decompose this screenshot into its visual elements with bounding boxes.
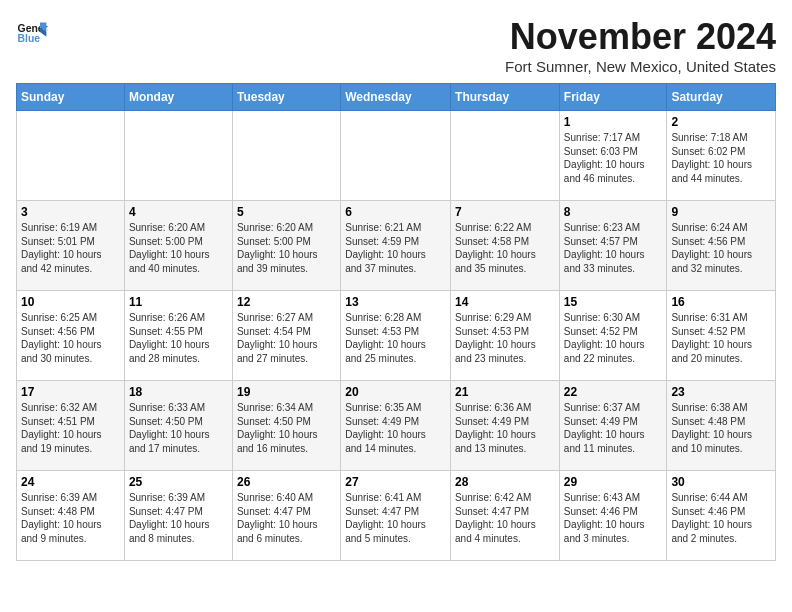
calendar-cell: 26Sunrise: 6:40 AM Sunset: 4:47 PM Dayli… <box>232 471 340 561</box>
week-row: 1Sunrise: 7:17 AM Sunset: 6:03 PM Daylig… <box>17 111 776 201</box>
day-info: Sunrise: 6:24 AM Sunset: 4:56 PM Dayligh… <box>671 221 771 275</box>
day-number: 19 <box>237 385 336 399</box>
day-info: Sunrise: 7:18 AM Sunset: 6:02 PM Dayligh… <box>671 131 771 185</box>
calendar-cell: 8Sunrise: 6:23 AM Sunset: 4:57 PM Daylig… <box>559 201 667 291</box>
month-title: November 2024 <box>505 16 776 58</box>
day-number: 22 <box>564 385 663 399</box>
day-number: 24 <box>21 475 120 489</box>
day-info: Sunrise: 6:22 AM Sunset: 4:58 PM Dayligh… <box>455 221 555 275</box>
day-number: 10 <box>21 295 120 309</box>
day-info: Sunrise: 6:34 AM Sunset: 4:50 PM Dayligh… <box>237 401 336 455</box>
day-info: Sunrise: 6:26 AM Sunset: 4:55 PM Dayligh… <box>129 311 228 365</box>
day-number: 8 <box>564 205 663 219</box>
day-info: Sunrise: 6:32 AM Sunset: 4:51 PM Dayligh… <box>21 401 120 455</box>
day-number: 21 <box>455 385 555 399</box>
calendar-cell: 3Sunrise: 6:19 AM Sunset: 5:01 PM Daylig… <box>17 201 125 291</box>
week-row: 24Sunrise: 6:39 AM Sunset: 4:48 PM Dayli… <box>17 471 776 561</box>
calendar-cell: 2Sunrise: 7:18 AM Sunset: 6:02 PM Daylig… <box>667 111 776 201</box>
day-number: 13 <box>345 295 446 309</box>
calendar-cell: 21Sunrise: 6:36 AM Sunset: 4:49 PM Dayli… <box>451 381 560 471</box>
title-area: November 2024 Fort Sumner, New Mexico, U… <box>505 16 776 75</box>
day-info: Sunrise: 6:37 AM Sunset: 4:49 PM Dayligh… <box>564 401 663 455</box>
day-info: Sunrise: 6:20 AM Sunset: 5:00 PM Dayligh… <box>237 221 336 275</box>
calendar-cell: 29Sunrise: 6:43 AM Sunset: 4:46 PM Dayli… <box>559 471 667 561</box>
logo-icon: General Blue <box>16 16 48 48</box>
day-number: 11 <box>129 295 228 309</box>
logo: General Blue <box>16 16 48 48</box>
day-number: 7 <box>455 205 555 219</box>
day-info: Sunrise: 6:35 AM Sunset: 4:49 PM Dayligh… <box>345 401 446 455</box>
day-info: Sunrise: 6:29 AM Sunset: 4:53 PM Dayligh… <box>455 311 555 365</box>
location-title: Fort Sumner, New Mexico, United States <box>505 58 776 75</box>
calendar-cell: 18Sunrise: 6:33 AM Sunset: 4:50 PM Dayli… <box>124 381 232 471</box>
day-info: Sunrise: 6:25 AM Sunset: 4:56 PM Dayligh… <box>21 311 120 365</box>
calendar-cell: 1Sunrise: 7:17 AM Sunset: 6:03 PM Daylig… <box>559 111 667 201</box>
day-info: Sunrise: 6:41 AM Sunset: 4:47 PM Dayligh… <box>345 491 446 545</box>
calendar-cell: 12Sunrise: 6:27 AM Sunset: 4:54 PM Dayli… <box>232 291 340 381</box>
day-number: 15 <box>564 295 663 309</box>
weekday-header-row: SundayMondayTuesdayWednesdayThursdayFrid… <box>17 84 776 111</box>
day-info: Sunrise: 6:33 AM Sunset: 4:50 PM Dayligh… <box>129 401 228 455</box>
day-info: Sunrise: 6:38 AM Sunset: 4:48 PM Dayligh… <box>671 401 771 455</box>
calendar-cell: 28Sunrise: 6:42 AM Sunset: 4:47 PM Dayli… <box>451 471 560 561</box>
day-number: 5 <box>237 205 336 219</box>
day-number: 6 <box>345 205 446 219</box>
day-number: 9 <box>671 205 771 219</box>
calendar-cell: 6Sunrise: 6:21 AM Sunset: 4:59 PM Daylig… <box>341 201 451 291</box>
weekday-header: Saturday <box>667 84 776 111</box>
calendar-cell: 9Sunrise: 6:24 AM Sunset: 4:56 PM Daylig… <box>667 201 776 291</box>
day-number: 16 <box>671 295 771 309</box>
day-number: 23 <box>671 385 771 399</box>
calendar-cell: 14Sunrise: 6:29 AM Sunset: 4:53 PM Dayli… <box>451 291 560 381</box>
day-number: 30 <box>671 475 771 489</box>
weekday-header: Tuesday <box>232 84 340 111</box>
weekday-header: Sunday <box>17 84 125 111</box>
day-info: Sunrise: 6:44 AM Sunset: 4:46 PM Dayligh… <box>671 491 771 545</box>
day-number: 18 <box>129 385 228 399</box>
day-number: 1 <box>564 115 663 129</box>
day-info: Sunrise: 6:27 AM Sunset: 4:54 PM Dayligh… <box>237 311 336 365</box>
day-number: 3 <box>21 205 120 219</box>
calendar-cell: 7Sunrise: 6:22 AM Sunset: 4:58 PM Daylig… <box>451 201 560 291</box>
calendar-cell: 25Sunrise: 6:39 AM Sunset: 4:47 PM Dayli… <box>124 471 232 561</box>
weekday-header: Wednesday <box>341 84 451 111</box>
day-number: 17 <box>21 385 120 399</box>
weekday-header: Thursday <box>451 84 560 111</box>
day-info: Sunrise: 6:19 AM Sunset: 5:01 PM Dayligh… <box>21 221 120 275</box>
day-number: 26 <box>237 475 336 489</box>
weekday-header: Friday <box>559 84 667 111</box>
calendar-cell: 5Sunrise: 6:20 AM Sunset: 5:00 PM Daylig… <box>232 201 340 291</box>
day-number: 12 <box>237 295 336 309</box>
day-number: 2 <box>671 115 771 129</box>
calendar-cell: 17Sunrise: 6:32 AM Sunset: 4:51 PM Dayli… <box>17 381 125 471</box>
svg-text:Blue: Blue <box>18 33 41 44</box>
day-info: Sunrise: 7:17 AM Sunset: 6:03 PM Dayligh… <box>564 131 663 185</box>
day-number: 20 <box>345 385 446 399</box>
day-number: 27 <box>345 475 446 489</box>
day-number: 25 <box>129 475 228 489</box>
week-row: 3Sunrise: 6:19 AM Sunset: 5:01 PM Daylig… <box>17 201 776 291</box>
day-info: Sunrise: 6:39 AM Sunset: 4:48 PM Dayligh… <box>21 491 120 545</box>
day-number: 29 <box>564 475 663 489</box>
calendar-cell <box>341 111 451 201</box>
week-row: 10Sunrise: 6:25 AM Sunset: 4:56 PM Dayli… <box>17 291 776 381</box>
day-info: Sunrise: 6:31 AM Sunset: 4:52 PM Dayligh… <box>671 311 771 365</box>
calendar-cell: 19Sunrise: 6:34 AM Sunset: 4:50 PM Dayli… <box>232 381 340 471</box>
week-row: 17Sunrise: 6:32 AM Sunset: 4:51 PM Dayli… <box>17 381 776 471</box>
calendar-cell: 24Sunrise: 6:39 AM Sunset: 4:48 PM Dayli… <box>17 471 125 561</box>
calendar-cell <box>124 111 232 201</box>
calendar-cell: 23Sunrise: 6:38 AM Sunset: 4:48 PM Dayli… <box>667 381 776 471</box>
day-info: Sunrise: 6:39 AM Sunset: 4:47 PM Dayligh… <box>129 491 228 545</box>
day-info: Sunrise: 6:43 AM Sunset: 4:46 PM Dayligh… <box>564 491 663 545</box>
day-number: 28 <box>455 475 555 489</box>
day-info: Sunrise: 6:21 AM Sunset: 4:59 PM Dayligh… <box>345 221 446 275</box>
calendar-cell: 11Sunrise: 6:26 AM Sunset: 4:55 PM Dayli… <box>124 291 232 381</box>
calendar-cell: 27Sunrise: 6:41 AM Sunset: 4:47 PM Dayli… <box>341 471 451 561</box>
day-info: Sunrise: 6:28 AM Sunset: 4:53 PM Dayligh… <box>345 311 446 365</box>
day-info: Sunrise: 6:20 AM Sunset: 5:00 PM Dayligh… <box>129 221 228 275</box>
calendar-cell: 15Sunrise: 6:30 AM Sunset: 4:52 PM Dayli… <box>559 291 667 381</box>
day-info: Sunrise: 6:30 AM Sunset: 4:52 PM Dayligh… <box>564 311 663 365</box>
calendar: SundayMondayTuesdayWednesdayThursdayFrid… <box>16 83 776 561</box>
day-number: 14 <box>455 295 555 309</box>
day-info: Sunrise: 6:23 AM Sunset: 4:57 PM Dayligh… <box>564 221 663 275</box>
